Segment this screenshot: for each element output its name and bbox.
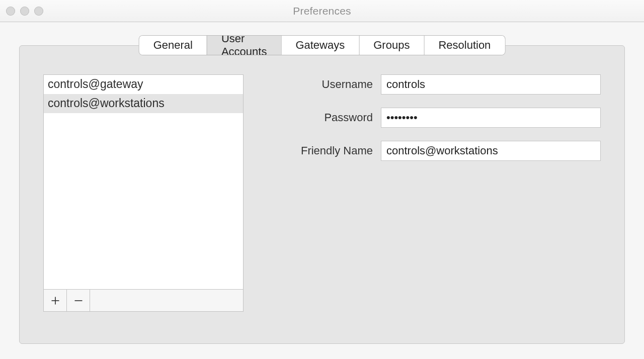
tab-bar: General User Accounts Gateways Groups Re… [139, 36, 505, 55]
password-label: Password [282, 111, 373, 124]
tab-general[interactable]: General [139, 36, 207, 55]
add-account-button[interactable] [44, 290, 67, 311]
tab-label: Resolution [438, 39, 491, 52]
remove-account-button[interactable] [67, 290, 90, 311]
friendly-name-row: Friendly Name [282, 141, 601, 161]
minimize-window-button[interactable] [20, 7, 29, 16]
window-title: Preferences [0, 5, 644, 17]
tab-label: General [153, 39, 193, 52]
zoom-window-button[interactable] [34, 7, 43, 16]
username-row: Username [282, 74, 601, 95]
username-label: Username [282, 78, 373, 91]
username-input[interactable] [381, 74, 601, 95]
tab-gateways[interactable]: Gateways [281, 36, 359, 55]
account-label: controls@workstations [48, 97, 165, 110]
accounts-listbox: controls@gateway controls@workstations [43, 74, 244, 312]
friendly-name-label: Friendly Name [282, 144, 373, 157]
password-input[interactable] [381, 108, 601, 128]
account-form: Username Password Friendly Name [282, 74, 601, 174]
minus-icon [74, 296, 83, 305]
account-label: controls@gateway [48, 77, 143, 91]
preferences-panel-overlay: controls@gateway controls@workstations U… [19, 45, 625, 344]
content-area: General User Accounts Gateways Groups Re… [0, 22, 644, 359]
tab-label: User Accounts [221, 36, 267, 55]
tab-label: Groups [373, 39, 410, 52]
tab-groups[interactable]: Groups [359, 36, 424, 55]
footer-spacer [90, 290, 243, 311]
account-row[interactable]: controls@workstations [44, 94, 243, 113]
titlebar: Preferences [0, 0, 644, 22]
tab-resolution[interactable]: Resolution [424, 36, 505, 55]
accounts-list-footer [44, 289, 243, 311]
window-controls [6, 0, 43, 22]
friendly-name-input[interactable] [381, 141, 601, 161]
plus-icon [51, 296, 60, 305]
close-window-button[interactable] [6, 7, 15, 16]
tab-label: Gateways [295, 39, 345, 52]
tab-user-accounts[interactable]: User Accounts [207, 36, 281, 55]
password-row: Password [282, 108, 601, 128]
account-row[interactable]: controls@gateway [44, 75, 243, 94]
accounts-list[interactable]: controls@gateway controls@workstations [44, 75, 243, 289]
